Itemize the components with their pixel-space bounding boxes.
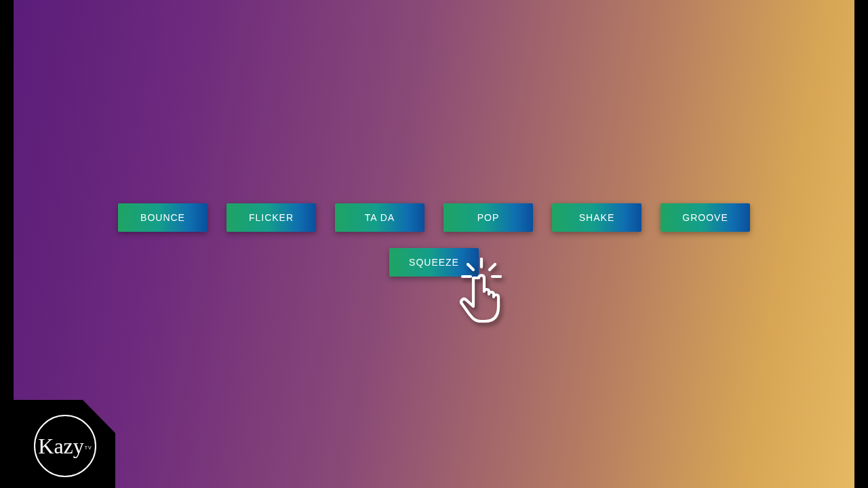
channel-logo: KazyTV <box>14 400 115 488</box>
squeeze-button[interactable]: SQUEEZE <box>389 248 479 277</box>
button-row-1: BOUNCE FLICKER TA DA POP SHAKE GROOVE <box>14 203 854 232</box>
pop-button[interactable]: POP <box>443 203 533 232</box>
stage: BOUNCE FLICKER TA DA POP SHAKE GROOVE SQ… <box>0 0 868 488</box>
bounce-button[interactable]: BOUNCE <box>118 203 208 232</box>
tada-button[interactable]: TA DA <box>335 203 425 232</box>
flicker-button[interactable]: FLICKER <box>226 203 316 232</box>
logo-text: Kazy <box>38 434 84 458</box>
logo-subtext: TV <box>85 445 92 450</box>
groove-button[interactable]: GROOVE <box>660 203 750 232</box>
shake-button[interactable]: SHAKE <box>552 203 642 232</box>
logo-circle: KazyTV <box>34 415 96 477</box>
button-row-2: SQUEEZE <box>14 248 854 277</box>
button-area: BOUNCE FLICKER TA DA POP SHAKE GROOVE SQ… <box>14 203 854 293</box>
gradient-canvas: BOUNCE FLICKER TA DA POP SHAKE GROOVE SQ… <box>14 0 854 488</box>
